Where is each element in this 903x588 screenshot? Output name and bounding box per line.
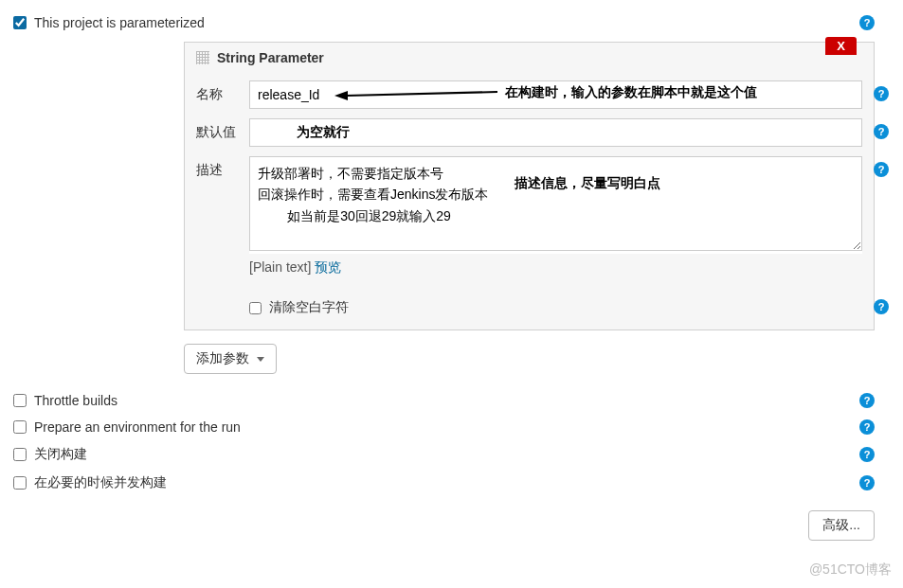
help-icon[interactable]: ? <box>859 419 875 435</box>
option-close-build-row: 关闭构建 ? <box>13 440 875 469</box>
default-input[interactable] <box>249 118 862 147</box>
desc-label: 描述 <box>196 156 249 179</box>
help-icon[interactable]: ? <box>859 475 875 490</box>
help-icon[interactable]: ? <box>874 162 889 177</box>
option-concurrent-row: 在必要的时候并发构建 ? <box>13 469 875 497</box>
option-parametrized-checkbox[interactable] <box>13 16 27 29</box>
close-icon[interactable]: X <box>825 37 857 55</box>
advanced-button[interactable]: 高级... <box>808 510 875 541</box>
help-icon[interactable]: ? <box>874 86 889 101</box>
name-input[interactable] <box>249 80 862 109</box>
string-parameter-header: String Parameter <box>196 50 862 71</box>
option-parametrized-label[interactable]: This project is parameterized <box>34 15 205 30</box>
help-icon[interactable]: ? <box>874 124 889 139</box>
add-parameter-button[interactable]: 添加参数 <box>184 344 277 374</box>
name-row: 名称 在构建时，输入的参数在脚本中就是这个值 ? <box>196 80 862 109</box>
option-prepare-env-checkbox[interactable] <box>13 420 27 434</box>
option-throttle-label[interactable]: Throttle builds <box>34 393 117 408</box>
plain-text-label: [Plain text] <box>249 259 311 275</box>
option-prepare-env-row: Prepare an environment for the run ? <box>13 414 875 440</box>
parameter-region: X String Parameter 名称 在构建时，输入的参数在脚本中就是这个… <box>184 42 875 374</box>
advanced-row: 高级... <box>13 510 875 541</box>
default-row: 默认值 为空就行 ? <box>196 118 862 147</box>
desc-row: 描述 描述信息，尽量写明白点 ? <box>196 156 862 254</box>
option-close-build-label[interactable]: 关闭构建 <box>34 446 87 463</box>
string-parameter-box: X String Parameter 名称 在构建时，输入的参数在脚本中就是这个… <box>184 42 875 330</box>
add-parameter-label: 添加参数 <box>196 350 249 365</box>
strip-whitespace-label[interactable]: 清除空白字符 <box>269 299 349 316</box>
help-icon[interactable]: ? <box>859 447 875 462</box>
option-concurrent-label[interactable]: 在必要的时候并发构建 <box>34 474 167 491</box>
option-close-build-checkbox[interactable] <box>13 448 27 461</box>
name-label: 名称 <box>196 80 249 103</box>
plain-preview-row: [Plain text] 预览 <box>249 259 862 276</box>
strip-whitespace-checkbox[interactable] <box>249 302 262 314</box>
preview-link[interactable]: 预览 <box>315 259 341 275</box>
help-icon[interactable]: ? <box>859 15 875 30</box>
help-icon[interactable]: ? <box>874 299 889 314</box>
help-icon[interactable]: ? <box>859 393 875 408</box>
desc-textarea[interactable] <box>249 156 862 251</box>
option-parametrized-row: This project is parameterized ? <box>13 9 875 36</box>
default-label: 默认值 <box>196 118 249 141</box>
string-parameter-title: String Parameter <box>217 50 324 65</box>
chevron-down-icon <box>257 357 264 362</box>
option-throttle-checkbox[interactable] <box>13 394 27 407</box>
option-prepare-env-label[interactable]: Prepare an environment for the run <box>34 419 241 435</box>
option-concurrent-checkbox[interactable] <box>13 476 27 490</box>
strip-whitespace-row: 清除空白字符 ? <box>249 299 862 316</box>
option-throttle-row: Throttle builds ? <box>13 387 875 414</box>
drag-handle-icon[interactable] <box>196 51 209 64</box>
